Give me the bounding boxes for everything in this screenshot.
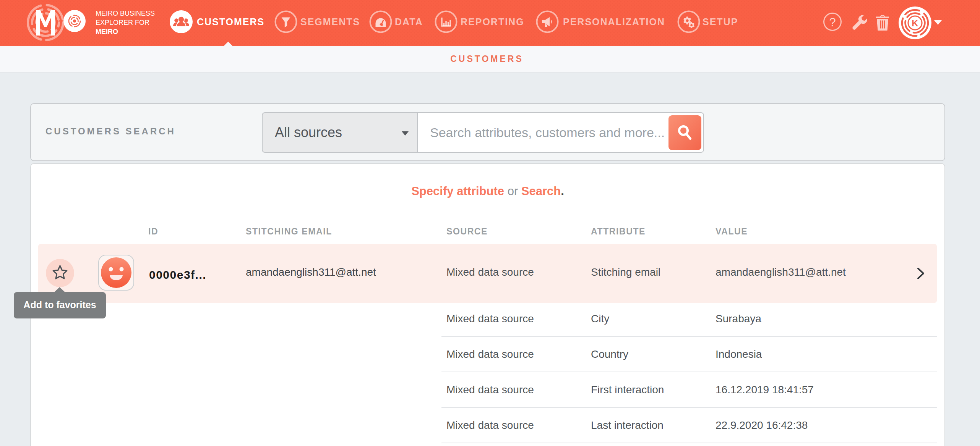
svg-text:K: K <box>912 18 918 28</box>
